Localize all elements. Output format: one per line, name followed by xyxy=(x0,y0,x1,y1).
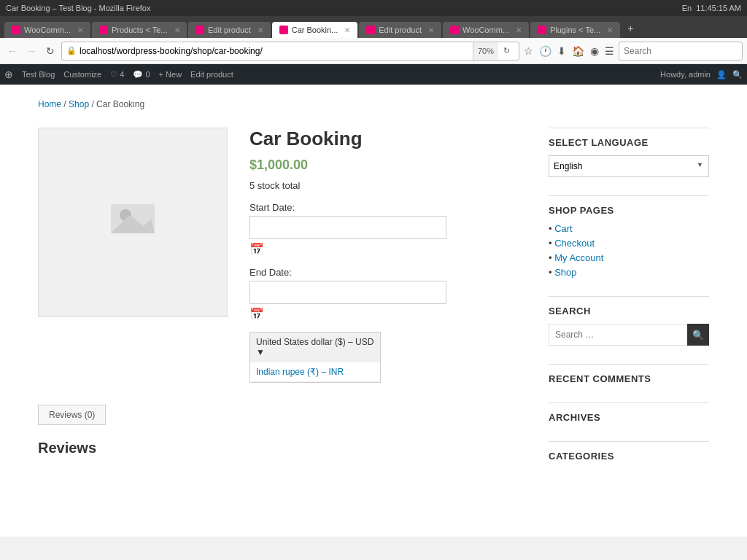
breadcrumb-current: Car Booking xyxy=(96,99,144,109)
end-calendar-icon[interactable]: 📅 xyxy=(249,307,264,321)
menu-icon[interactable]: ☰ xyxy=(603,44,616,58)
search-section-title: SEARCH xyxy=(549,306,709,316)
wp-howdy-link[interactable]: Howdy, admin xyxy=(660,70,711,79)
sidebar-search-input[interactable] xyxy=(549,324,687,346)
close-icon[interactable]: ✕ xyxy=(607,26,613,34)
wp-admin-bar-right: Howdy, admin 👤 🔍 xyxy=(660,70,743,79)
product-price: $1,000.00 xyxy=(249,158,519,173)
url-bar: 🔒 70% ↻ xyxy=(61,42,519,61)
nav-icons: ☆ 🕐 ⬇ 🏠 ◉ ☰ xyxy=(522,44,616,58)
wp-admin-bar: ⊕ Test Blog Customize ♡ 4 💬 0 + New Edit… xyxy=(0,64,747,85)
breadcrumb-home[interactable]: Home xyxy=(38,99,61,109)
recent-comments-title: RECENT COMMENTS xyxy=(549,373,709,384)
currency-option-usd[interactable]: United States dollar ($) – USD ▼ xyxy=(250,332,380,362)
product-image xyxy=(38,128,228,317)
security-icon: 🔒 xyxy=(66,46,77,55)
keyboard-lang: En xyxy=(682,4,692,12)
shop-pages-list: Cart Checkout My Account Shop xyxy=(549,223,709,278)
browser-search-input[interactable] xyxy=(619,42,743,61)
download-icon[interactable]: ⬇ xyxy=(556,44,568,58)
extensions-icon[interactable]: ◉ xyxy=(589,44,600,58)
language-section-title: SELECT LANGUAGE xyxy=(549,137,709,148)
zoom-badge: 70% xyxy=(473,42,498,60)
close-icon[interactable]: ✕ xyxy=(258,26,263,34)
home-icon[interactable]: 🏠 xyxy=(570,44,586,58)
os-bar-left: Car Booking – Test Blog - Mozilla Firefo… xyxy=(6,4,151,12)
wp-avatar-icon: 👤 xyxy=(716,70,727,79)
reviews-tab[interactable]: Reviews (0) xyxy=(38,405,106,425)
url-input[interactable] xyxy=(80,46,473,56)
language-select-wrapper: English xyxy=(549,155,709,177)
tab-woocomm-2[interactable]: WooComm... ✕ xyxy=(443,22,529,38)
tab-label: Edit product xyxy=(208,26,251,34)
image-placeholder-icon xyxy=(107,197,158,249)
tab-label: WooComm... xyxy=(24,26,71,34)
tab-edit-product-2[interactable]: Edit product ✕ xyxy=(359,22,441,38)
new-tab-button[interactable]: + xyxy=(622,19,639,38)
start-calendar-icon[interactable]: 📅 xyxy=(249,242,264,256)
refresh-icon[interactable]: ↻ xyxy=(498,43,514,59)
wp-edit-link[interactable]: Edit product xyxy=(190,70,233,79)
main-content: Car Booking $1,000.00 5 stock total Star… xyxy=(38,128,519,480)
wp-customize-link[interactable]: Customize xyxy=(63,70,101,79)
close-icon[interactable]: ✕ xyxy=(174,26,180,34)
shop-pages-item-myaccount: My Account xyxy=(549,252,709,263)
tab-woocomm-1[interactable]: WooComm... ✕ xyxy=(4,22,90,38)
sidebar-categories-section: CATEGORIES xyxy=(549,441,709,462)
wp-logo-icon: ⊕ xyxy=(4,69,13,80)
tab-products[interactable]: Products < Te... ✕ xyxy=(92,22,187,38)
wp-search-icon[interactable]: 🔍 xyxy=(732,70,743,79)
close-icon[interactable]: ✕ xyxy=(428,26,434,34)
bookmark-icon[interactable]: ☆ xyxy=(522,44,535,58)
tab-plugins[interactable]: Plugins < Te... ✕ xyxy=(530,22,620,38)
language-select[interactable]: English xyxy=(549,155,709,177)
tab-bar: WooComm... ✕ Products < Te... ✕ Edit pro… xyxy=(0,16,747,38)
close-icon[interactable]: ✕ xyxy=(344,26,350,34)
product-layout: Car Booking $1,000.00 5 stock total Star… xyxy=(38,128,519,383)
close-icon[interactable]: ✕ xyxy=(77,26,83,34)
shop-pages-item-shop: Shop xyxy=(549,267,709,278)
sidebar-search-section: SEARCH 🔍 xyxy=(549,296,709,346)
sidebar-shop-pages-section: SHOP PAGES Cart Checkout My Account Shop xyxy=(549,195,709,278)
tab-label: Plugins < Te... xyxy=(550,26,600,34)
wp-site-link[interactable]: Test Blog xyxy=(22,70,55,79)
sidebar: SELECT LANGUAGE English SHOP PAGES Cart … xyxy=(549,128,709,480)
page-wrapper: Home / Shop / Car Booking xyxy=(23,85,724,537)
sidebar-search-button[interactable]: 🔍 xyxy=(687,324,709,346)
currency-option-inr[interactable]: Indian rupee (₹) – INR xyxy=(250,362,380,382)
tab-label: WooComm... xyxy=(462,26,509,34)
sidebar-recent-comments-section: RECENT COMMENTS xyxy=(549,364,709,384)
sidebar-archives-section: ARCHIVES xyxy=(549,402,709,423)
sidebar-search: 🔍 xyxy=(549,324,709,346)
os-time: 11:45:15 AM xyxy=(696,4,741,12)
tab-car-booking[interactable]: Car Bookin... ✕ xyxy=(272,22,358,38)
shop-link-shop[interactable]: Shop xyxy=(554,267,576,278)
reviews-title: Reviews xyxy=(38,440,519,456)
back-button[interactable]: ← xyxy=(4,43,20,59)
categories-title: CATEGORIES xyxy=(549,451,709,462)
reload-button[interactable]: ↻ xyxy=(42,43,58,59)
shop-link-cart[interactable]: Cart xyxy=(554,223,573,234)
tab-edit-product-1[interactable]: Edit product ✕ xyxy=(188,22,271,38)
nav-bar: ← → ↻ 🔒 70% ↻ ☆ 🕐 ⬇ 🏠 ◉ ☰ xyxy=(0,38,747,64)
history-icon[interactable]: 🕐 xyxy=(538,44,553,58)
os-title: Car Booking – Test Blog - Mozilla Firefo… xyxy=(6,4,151,12)
end-date-input[interactable] xyxy=(249,281,446,304)
wp-new-link[interactable]: + New xyxy=(159,70,182,79)
shop-link-myaccount[interactable]: My Account xyxy=(554,252,603,263)
end-date-label: End Date: xyxy=(249,267,519,278)
close-icon[interactable]: ✕ xyxy=(516,26,522,34)
wp-comments-link[interactable]: 💬 0 xyxy=(133,70,150,79)
end-date-field: End Date: 📅 xyxy=(249,267,519,321)
tab-label: Products < Te... xyxy=(112,26,168,34)
breadcrumb-shop[interactable]: Shop xyxy=(69,99,89,109)
sidebar-language-section: SELECT LANGUAGE English xyxy=(549,128,709,177)
forward-button[interactable]: → xyxy=(23,43,39,59)
shop-link-checkout[interactable]: Checkout xyxy=(554,238,595,249)
wp-likes-link[interactable]: ♡ 4 xyxy=(110,70,124,79)
os-bar-right: En 11:45:15 AM xyxy=(682,4,741,12)
shop-pages-item-cart: Cart xyxy=(549,223,709,234)
currency-section: United States dollar ($) – USD ▼ Indian … xyxy=(249,332,519,383)
start-date-input[interactable] xyxy=(249,216,446,239)
breadcrumb: Home / Shop / Car Booking xyxy=(38,99,709,109)
